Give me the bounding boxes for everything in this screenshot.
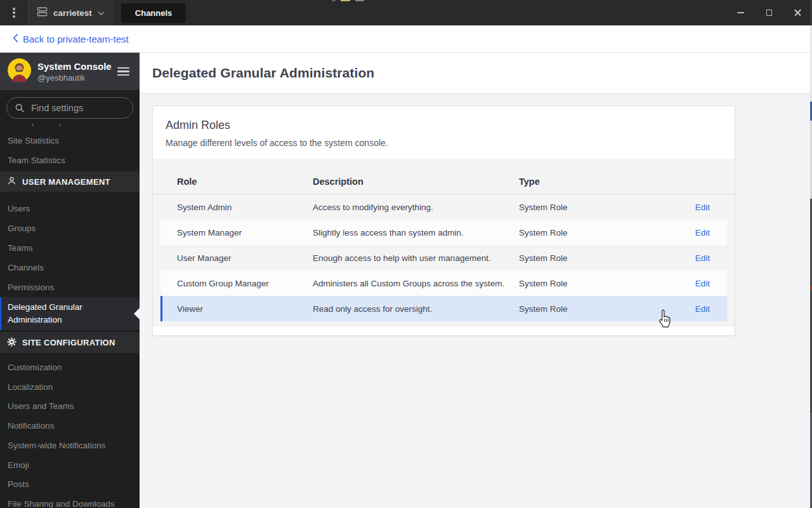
back-to-team-link[interactable]: Back to private-team-test [13, 34, 129, 44]
server-icon [37, 7, 48, 19]
sidebar-item-teams[interactable]: Teams [0, 238, 140, 258]
edit-link[interactable]: Edit [677, 279, 710, 288]
table-row-custom-group-manager: Custom Group Manager Administers all Cus… [160, 271, 727, 296]
card-title: Admin Roles [166, 119, 722, 132]
cell-description: Enough access to help with user manageme… [313, 253, 519, 263]
active-item-pointer [134, 308, 140, 319]
background-window-sliver [355, 0, 364, 1]
console-identity: System Console @yesbhautik [37, 61, 112, 83]
section-user-management-label: USER MANAGEMENT [22, 177, 110, 187]
sidebar-item-posts[interactable]: Posts [0, 475, 140, 495]
sidebar-item-users[interactable]: Users [0, 199, 140, 218]
sidebar-item-customization[interactable]: Customization [0, 358, 140, 377]
person-icon [7, 176, 16, 187]
column-type: Type [519, 177, 677, 187]
cell-role: System Admin [177, 203, 313, 212]
cell-description: Access to modifying everything. [313, 203, 519, 212]
maximize-button[interactable] [755, 0, 783, 25]
sidebar-item-site-statistics[interactable]: Site Statistics [0, 131, 140, 150]
page-content: Admin Roles Manage different levels of a… [140, 94, 812, 508]
close-button[interactable] [783, 0, 812, 25]
cell-type: System Role [519, 228, 677, 237]
cell-type: System Role [519, 279, 677, 288]
sidebar-search [0, 90, 140, 124]
window-controls [726, 0, 812, 25]
window-titlebar: carrietest Channels [0, 0, 812, 25]
sidebar-item-delegated-granular-administration[interactable]: Delegated Granular Administration [0, 297, 140, 330]
workspace-switcher[interactable]: carrietest [29, 0, 114, 25]
page-title: Delegated Granular Administration [152, 65, 374, 81]
sidebar-item-file-sharing-and-downloads[interactable]: File Sharing and Downloads [0, 494, 140, 508]
sidebar-item-users-and-teams[interactable]: Users and Teams [0, 397, 140, 417]
table-row-viewer[interactable]: Viewer Read only access for oversight. S… [160, 296, 727, 321]
edit-link[interactable]: Edit [677, 253, 710, 263]
cell-description: Administers all Custom Groups across the… [313, 279, 519, 288]
console-username: @yesbhautik [37, 73, 112, 83]
column-description: Description [313, 177, 519, 187]
cell-description: Slightly less access than system admin. [313, 228, 519, 237]
page-header: Delegated Granular Administration [140, 53, 812, 94]
search-icon [15, 103, 25, 113]
minimize-button[interactable] [726, 0, 755, 25]
sidebar-item-notifications[interactable]: Notifications [0, 416, 140, 436]
section-site-configuration[interactable]: SITE CONFIGURATION [0, 332, 140, 353]
sidebar-item-system-wide-notifications[interactable]: System-wide Notifications [0, 436, 140, 455]
cell-role: Viewer [177, 304, 313, 314]
app-menu-icon[interactable] [0, 0, 28, 25]
card-description: Manage different levels of access to the… [166, 138, 722, 148]
sidebar-header: System Console @yesbhautik [0, 53, 140, 90]
back-navigation-bar: Back to private-team-test [0, 25, 812, 53]
search-input[interactable] [6, 97, 133, 119]
user-management-items: Users Groups Teams Channels Permissions [0, 192, 140, 297]
sidebar-item-channels[interactable]: Channels [0, 258, 140, 277]
edit-link[interactable]: Edit [677, 203, 710, 212]
background-window-sliver [332, 0, 336, 1]
edit-link[interactable]: Edit [677, 228, 710, 237]
avatar[interactable] [8, 58, 31, 84]
edit-link[interactable]: Edit [677, 304, 710, 314]
gear-icon [7, 337, 16, 349]
workspace-name: carrietest [53, 8, 92, 18]
admin-roles-card: Admin Roles Manage different levels of a… [152, 105, 735, 336]
cell-type: System Role [519, 203, 677, 212]
cell-type: System Role [519, 304, 677, 314]
tab-channels[interactable]: Channels [121, 3, 187, 23]
sidebar-item-groups[interactable]: Groups [0, 218, 140, 238]
cell-role: System Manager [177, 228, 313, 237]
tab-channels-label: Channels [135, 8, 173, 18]
cell-role: User Manager [177, 253, 313, 263]
roles-table: Role Description Type System Admin Acces… [153, 159, 735, 326]
cell-description: Read only access for oversight. [313, 304, 519, 314]
sidebar-item-localization[interactable]: Localization [0, 377, 140, 397]
table-row-system-manager: System Manager Slightly less access than… [160, 220, 727, 245]
cell-role: Custom Group Manager [177, 279, 313, 288]
section-site-configuration-label: SITE CONFIGURATION [22, 338, 115, 347]
sidebar-item-permissions[interactable]: Permissions [0, 277, 140, 297]
chevron-down-icon [98, 7, 105, 18]
site-configuration-items: Customization Localization Users and Tea… [0, 353, 140, 508]
hamburger-menu-icon[interactable] [115, 65, 132, 79]
minimize-icon [737, 12, 744, 13]
cell-type: System Role [519, 253, 677, 263]
maximize-icon [766, 10, 773, 16]
background-window-sliver [341, 0, 350, 1]
sidebar-item-emoji[interactable]: Emoji [0, 455, 140, 475]
sidebar-item-team-statistics[interactable]: Team Statistics [0, 150, 140, 170]
close-icon [794, 9, 802, 17]
back-chevron-icon [13, 34, 18, 44]
table-row-user-manager: User Manager Enough access to help with … [160, 245, 727, 271]
roles-table-header: Role Description Type [153, 159, 735, 194]
column-role: Role [177, 177, 313, 187]
console-title: System Console [37, 61, 112, 72]
table-row-system-admin: System Admin Access to modifying everyth… [160, 194, 727, 220]
active-item-label: Delegated Granular Administration [8, 301, 127, 326]
section-user-management[interactable]: USER MANAGEMENT [0, 171, 140, 192]
card-header: Admin Roles Manage different levels of a… [153, 106, 735, 148]
admin-console-sidebar: System Console @yesbhautik Workspace Opt… [0, 53, 140, 508]
back-link-label: Back to private-team-test [23, 34, 129, 44]
